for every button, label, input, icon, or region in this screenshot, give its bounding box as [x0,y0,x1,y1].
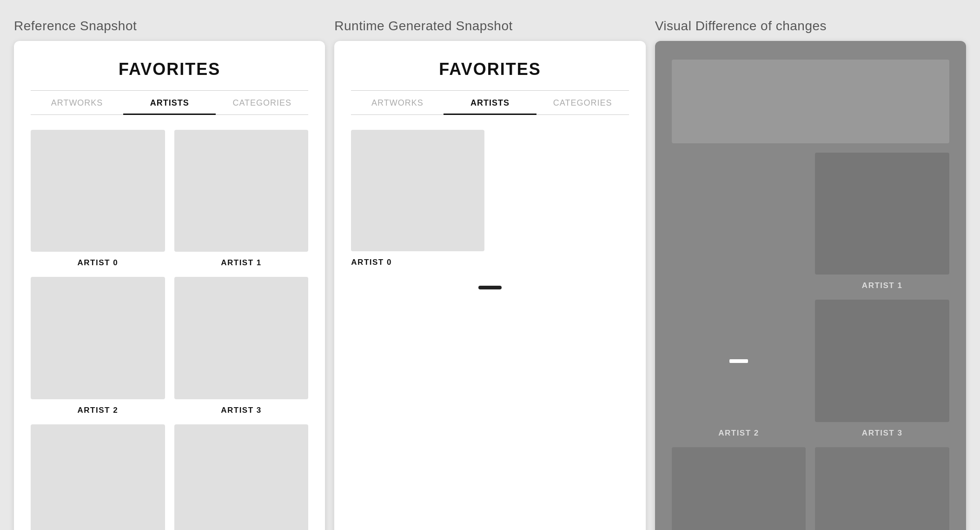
tab-artists-ref[interactable]: ARTISTS [123,91,216,115]
tab-categories-runtime[interactable]: CATEGORIES [536,91,629,115]
list-item [815,447,949,530]
list-item: ARTIST 3 [815,300,949,437]
artist-name-3-ref: ARTIST 3 [221,406,262,415]
diff-image-1 [815,153,949,275]
list-item [31,424,165,530]
diff-header-area [672,60,949,143]
artist-image-0-runtime [351,130,484,251]
reference-panel-title: Reference Snapshot [14,19,325,34]
runtime-tab-bar: ARTWORKS ARTISTS CATEGORIES [351,90,629,115]
reference-favorites-title: FAVORITES [31,60,308,79]
diff-white-bar [729,359,748,363]
runtime-panel: Runtime Generated Snapshot FAVORITES ART… [334,19,645,530]
reference-panel: Reference Snapshot FAVORITES ARTWORKS AR… [14,19,325,530]
diff-image-5 [815,447,949,530]
diff-artist-name-1: ARTIST 1 [862,281,903,290]
list-item: ARTIST 0 [31,130,165,268]
artist-name-2-ref: ARTIST 2 [78,406,119,415]
list-item: ARTIST 0 [351,130,484,267]
diff-artists-grid: ARTIST 1 ARTIST 2 ARTIST 3 [672,153,949,530]
list-item [174,424,309,530]
reference-tab-bar: ARTWORKS ARTISTS CATEGORIES [31,90,308,115]
artist-image-3-ref [174,277,309,399]
runtime-favorites-title: FAVORITES [351,60,629,79]
diff-image-2 [672,300,806,422]
diff-cell-empty [672,153,806,290]
reference-phone-frame: FAVORITES ARTWORKS ARTISTS CATEGORIES AR… [14,41,325,530]
artist-image-2-ref [31,277,165,399]
tab-artworks-ref[interactable]: ARTWORKS [31,91,123,115]
artist-image-4-ref [31,424,165,530]
artist-image-5-ref [174,424,309,530]
list-item [672,447,806,530]
diff-image-3 [815,300,949,422]
diff-artist-name-2: ARTIST 2 [718,429,759,438]
runtime-phone-frame: FAVORITES ARTWORKS ARTISTS CATEGORIES AR… [334,41,645,530]
tab-artworks-runtime[interactable]: ARTWORKS [351,91,444,115]
runtime-artists-area: ARTIST 0 [351,130,629,299]
list-item: ARTIST 1 [174,130,309,268]
artist-name-0-runtime: ARTIST 0 [351,258,392,267]
tab-artists-runtime[interactable]: ARTISTS [444,91,536,115]
diff-artist-name-3: ARTIST 3 [862,429,903,438]
diff-panel: Visual Difference of changes ARTIST 1 [655,19,966,530]
list-item: ARTIST 2 [672,300,806,437]
list-item: ARTIST 3 [174,277,309,415]
tab-categories-ref[interactable]: CATEGORIES [216,91,308,115]
loading-indicator [478,286,502,289]
diff-image-4 [672,447,806,530]
runtime-panel-title: Runtime Generated Snapshot [334,19,645,34]
diff-phone-frame: ARTIST 1 ARTIST 2 ARTIST 3 [655,41,966,530]
artist-name-1-ref: ARTIST 1 [221,258,262,268]
list-item: ARTIST 1 [815,153,949,290]
artist-name-0-ref: ARTIST 0 [78,258,119,268]
panels-container: Reference Snapshot FAVORITES ARTWORKS AR… [14,19,966,530]
diff-panel-title: Visual Difference of changes [655,19,966,34]
artist-image-1-ref [174,130,309,252]
list-item: ARTIST 2 [31,277,165,415]
artist-image-0-ref [31,130,165,252]
reference-artists-grid: ARTIST 0 ARTIST 1 ARTIST 2 ARTIST 3 [31,130,308,530]
